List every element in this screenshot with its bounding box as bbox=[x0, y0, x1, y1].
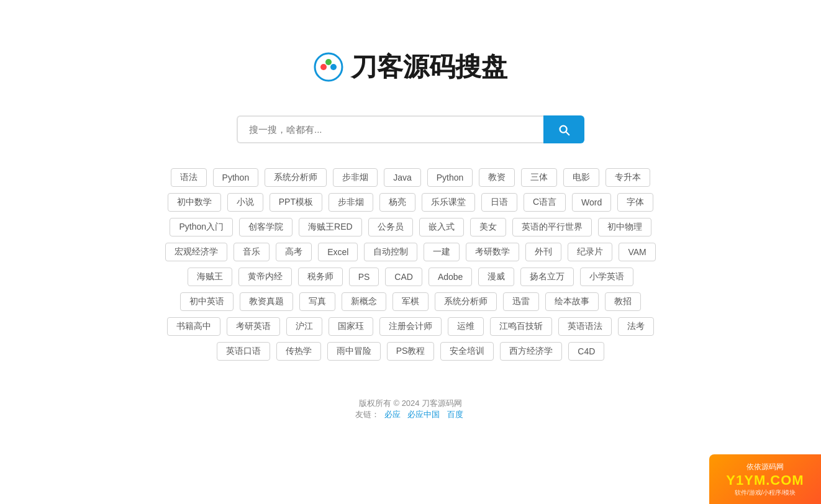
tag-item[interactable]: 教资 bbox=[479, 168, 515, 187]
tag-item[interactable]: 沪江 bbox=[286, 317, 322, 336]
tag-item[interactable]: 英语口语 bbox=[217, 342, 270, 361]
tag-item[interactable]: 海贼王 bbox=[188, 268, 232, 286]
footer: 版权所有 © 2024 刀客源码网 友链： 必应 必应中国 百度 bbox=[355, 398, 466, 439]
logo-title: 刀客源码搜盘 bbox=[351, 50, 507, 84]
tag-item[interactable]: 专升本 bbox=[606, 168, 650, 187]
logo-area: 刀客源码搜盘 bbox=[314, 50, 507, 84]
tag-item[interactable]: 写真 bbox=[299, 292, 335, 311]
tag-item[interactable]: 步非烟 bbox=[333, 168, 378, 187]
tag-item[interactable]: Excel bbox=[318, 243, 358, 261]
tag-item[interactable]: 雨中冒险 bbox=[327, 342, 381, 361]
tags-area: 语法Python系统分析师步非烟JavaPython教资三体电影专升本初中数学小… bbox=[162, 168, 659, 361]
tag-item[interactable]: VAM bbox=[619, 243, 655, 261]
logo-icon bbox=[314, 52, 343, 82]
tag-item[interactable]: 初中数学 bbox=[168, 193, 221, 212]
tag-item[interactable]: 考研英语 bbox=[227, 317, 280, 336]
tag-item[interactable]: CAD bbox=[385, 268, 422, 286]
tag-item[interactable]: Python入门 bbox=[170, 218, 233, 236]
tag-item[interactable]: 迅雷 bbox=[503, 292, 539, 311]
svg-point-2 bbox=[330, 64, 337, 70]
tag-item[interactable]: 系统分析师 bbox=[265, 168, 327, 187]
tag-item[interactable]: 考研数学 bbox=[466, 243, 519, 261]
tag-item[interactable]: PS教程 bbox=[387, 342, 435, 361]
tag-item[interactable]: 一建 bbox=[424, 243, 460, 261]
tag-item[interactable]: 教招 bbox=[605, 292, 641, 311]
search-area bbox=[237, 115, 584, 143]
tag-item[interactable]: 英语语法 bbox=[558, 317, 612, 336]
corner-subtitle: 软件/游戏/小程序/模块 bbox=[735, 488, 796, 497]
tag-item[interactable]: 国家珏 bbox=[329, 317, 373, 336]
tag-item[interactable]: 新概念 bbox=[342, 292, 386, 311]
corner-site-name: 依依源码网 bbox=[746, 462, 784, 472]
tag-item[interactable]: Word bbox=[572, 193, 611, 212]
tag-item[interactable]: 英语的平行世界 bbox=[512, 218, 592, 236]
tag-item[interactable]: 三体 bbox=[521, 168, 557, 187]
tag-item[interactable]: 漫威 bbox=[478, 268, 514, 286]
tag-item[interactable]: 书籍高中 bbox=[167, 317, 220, 336]
tag-item[interactable]: 西方经济学 bbox=[500, 342, 562, 361]
tag-item[interactable]: 初中英语 bbox=[180, 292, 234, 311]
search-input[interactable] bbox=[237, 115, 543, 143]
copyright: 版权所有 © 2024 刀客源码网 bbox=[355, 398, 466, 409]
tag-item[interactable]: 美女 bbox=[470, 218, 506, 236]
tag-item[interactable]: 音乐 bbox=[234, 243, 270, 261]
tag-item[interactable]: 自动控制 bbox=[364, 243, 417, 261]
tag-item[interactable]: 步非烟 bbox=[329, 193, 373, 212]
tag-item[interactable]: 乐乐课堂 bbox=[422, 193, 475, 212]
tag-item[interactable]: 传热学 bbox=[276, 342, 321, 361]
tag-item[interactable]: Adobe bbox=[429, 268, 472, 286]
tag-item[interactable]: 教资真题 bbox=[240, 292, 293, 311]
tag-item[interactable]: 法考 bbox=[618, 317, 654, 336]
svg-point-1 bbox=[320, 64, 327, 70]
tag-item[interactable]: 语法 bbox=[171, 168, 207, 187]
tag-item[interactable]: 海贼王RED bbox=[299, 218, 362, 236]
tag-item[interactable]: Python bbox=[213, 168, 259, 187]
tag-item[interactable]: 扬名立万 bbox=[520, 268, 574, 286]
tag-item[interactable]: 创客学院 bbox=[239, 218, 293, 236]
tag-item[interactable]: 军棋 bbox=[392, 292, 429, 311]
corner-url: Y1YM.COM bbox=[726, 472, 804, 488]
tag-item[interactable]: 初中物理 bbox=[598, 218, 651, 236]
svg-point-3 bbox=[325, 59, 332, 65]
tag-item[interactable]: 税务师 bbox=[298, 268, 343, 286]
tag-item[interactable]: PS bbox=[349, 268, 379, 286]
tag-item[interactable]: 小说 bbox=[227, 193, 263, 212]
tag-item[interactable]: 系统分析师 bbox=[435, 292, 497, 311]
link-baidu[interactable]: 百度 bbox=[447, 410, 463, 419]
tag-item[interactable]: 纪录片 bbox=[568, 243, 612, 261]
tag-item[interactable]: 绘本故事 bbox=[545, 292, 599, 311]
tag-item[interactable]: 日语 bbox=[481, 193, 517, 212]
link-biying-china[interactable]: 必应中国 bbox=[407, 410, 440, 419]
search-button[interactable] bbox=[543, 115, 584, 143]
friends-label: 友链： bbox=[355, 410, 379, 419]
tag-item[interactable]: 黄帝内经 bbox=[238, 268, 292, 286]
tag-item[interactable]: 运维 bbox=[448, 317, 484, 336]
tag-item[interactable]: 江鸣百技斩 bbox=[490, 317, 552, 336]
tag-item[interactable]: 高考 bbox=[276, 243, 312, 261]
tag-item[interactable]: 杨亮 bbox=[379, 193, 415, 212]
tag-item[interactable]: 字体 bbox=[617, 193, 653, 212]
tag-item[interactable]: 宏观经济学 bbox=[165, 243, 227, 261]
tag-item[interactable]: 小学英语 bbox=[580, 268, 633, 286]
tag-item[interactable]: 安全培训 bbox=[440, 342, 494, 361]
search-icon bbox=[557, 123, 571, 137]
tag-item[interactable]: C语言 bbox=[524, 193, 566, 212]
link-biying[interactable]: 必应 bbox=[384, 410, 401, 419]
svg-point-0 bbox=[315, 53, 342, 81]
tag-item[interactable]: PPT模板 bbox=[270, 193, 322, 212]
tag-item[interactable]: 注册会计师 bbox=[379, 317, 442, 336]
corner-badge[interactable]: 依依源码网 Y1YM.COM 软件/游戏/小程序/模块 bbox=[709, 454, 821, 504]
tag-item[interactable]: 公务员 bbox=[368, 218, 413, 236]
footer-links: 友链： 必应 必应中国 百度 bbox=[355, 409, 466, 420]
tag-item[interactable]: Python bbox=[427, 168, 473, 187]
tag-item[interactable]: Java bbox=[384, 168, 421, 187]
tag-item[interactable]: C4D bbox=[568, 342, 604, 361]
tag-item[interactable]: 外刊 bbox=[525, 243, 561, 261]
tag-item[interactable]: 嵌入式 bbox=[419, 218, 464, 236]
tag-item[interactable]: 电影 bbox=[563, 168, 599, 187]
